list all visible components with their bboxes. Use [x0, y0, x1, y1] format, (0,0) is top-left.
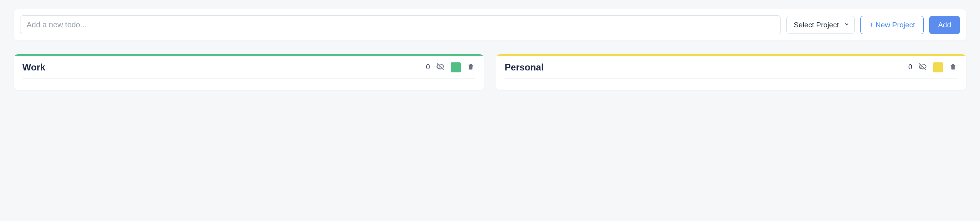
- project-card: Work 0: [14, 54, 484, 90]
- project-select-wrap: Select Project: [786, 16, 855, 34]
- todo-input[interactable]: [20, 15, 781, 34]
- projects-grid: Work 0 Personal 0: [14, 54, 966, 90]
- project-count: 0: [426, 63, 430, 71]
- project-color-swatch[interactable]: [933, 62, 943, 72]
- trash-icon: [467, 63, 475, 72]
- trash-icon: [949, 63, 957, 72]
- project-title: Personal: [505, 62, 903, 73]
- project-count: 0: [908, 63, 912, 71]
- eye-off-icon: [436, 62, 445, 72]
- add-todo-toolbar: Select Project + New Project Add: [14, 9, 966, 40]
- hide-completed-button[interactable]: [918, 62, 928, 73]
- add-todo-button[interactable]: Add: [929, 16, 960, 34]
- hide-completed-button[interactable]: [435, 62, 445, 73]
- project-card: Personal 0: [496, 54, 966, 90]
- delete-project-button[interactable]: [948, 62, 958, 72]
- project-select[interactable]: Select Project: [786, 16, 855, 34]
- delete-project-button[interactable]: [466, 62, 475, 72]
- project-color-swatch[interactable]: [451, 62, 461, 72]
- project-header: Work 0: [22, 62, 475, 79]
- project-body: Work 0: [14, 56, 484, 79]
- new-project-button[interactable]: + New Project: [860, 16, 924, 34]
- project-title: Work: [22, 62, 421, 73]
- eye-off-icon: [918, 62, 927, 72]
- project-body: Personal 0: [496, 56, 966, 79]
- project-header: Personal 0: [505, 62, 958, 79]
